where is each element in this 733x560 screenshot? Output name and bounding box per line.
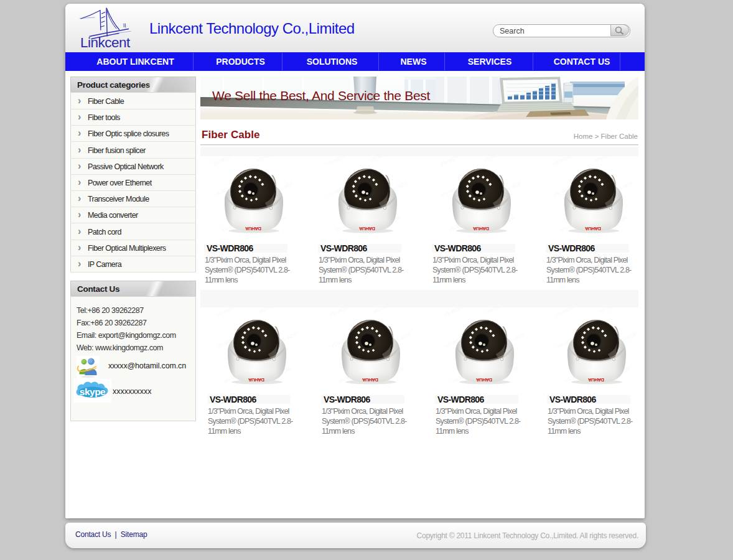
- svg-text:Linkcent: Linkcent: [80, 35, 131, 50]
- svg-text:skype: skype: [80, 386, 106, 397]
